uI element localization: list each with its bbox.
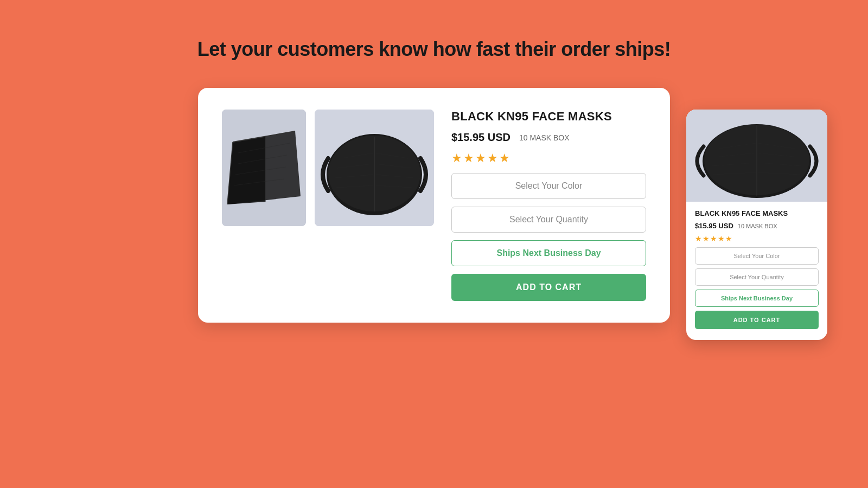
price-row: $15.95 USD 10 MASK BOX xyxy=(451,131,646,144)
mobile-product-price-sub: 10 MASK BOX xyxy=(738,223,777,229)
mobile-buttons: Select Your Color Select Your Quantity S… xyxy=(686,247,827,329)
mobile-product-price: $15.95 USD xyxy=(695,222,733,230)
mobile-select-color-button[interactable]: Select Your Color xyxy=(695,247,819,265)
mobile-select-quantity-button[interactable]: Select Your Quantity xyxy=(695,268,819,286)
product-image-main xyxy=(315,110,434,226)
mobile-ships-next-day-button[interactable]: Ships Next Business Day xyxy=(695,290,819,307)
mobile-star-rating: ★★★★★ xyxy=(695,234,819,243)
mobile-product-card: BLACK KN95 FACE MASKS $15.95 USD 10 MASK… xyxy=(686,110,827,340)
add-to-cart-button[interactable]: ADD TO CART xyxy=(451,274,646,301)
select-color-button[interactable]: Select Your Color xyxy=(451,173,646,199)
product-info: BLACK KN95 FACE MASKS $15.95 USD 10 MASK… xyxy=(451,110,646,301)
mobile-price-row: $15.95 USD 10 MASK BOX xyxy=(695,222,819,230)
product-price-sub: 10 MASK BOX xyxy=(519,133,570,142)
mobile-add-to-cart-button[interactable]: ADD TO CART xyxy=(695,311,819,329)
mobile-product-info: BLACK KN95 FACE MASKS $15.95 USD 10 MASK… xyxy=(686,202,827,243)
mobile-product-image xyxy=(686,110,827,202)
main-content: BLACK KN95 FACE MASKS $15.95 USD 10 MASK… xyxy=(198,88,670,323)
star-rating: ★★★★★ xyxy=(451,151,646,165)
ships-next-day-button[interactable]: Ships Next Business Day xyxy=(451,240,646,266)
svg-marker-2 xyxy=(227,137,265,204)
product-title: BLACK KN95 FACE MASKS xyxy=(451,110,646,124)
product-price: $15.95 USD xyxy=(451,131,510,144)
product-thumbnail-small xyxy=(222,110,306,226)
image-gallery xyxy=(222,110,434,301)
mobile-product-title: BLACK KN95 FACE MASKS xyxy=(695,209,819,217)
headline: Let your customers know how fast their o… xyxy=(197,38,671,61)
desktop-product-card: BLACK KN95 FACE MASKS $15.95 USD 10 MASK… xyxy=(198,88,670,323)
select-quantity-button[interactable]: Select Your Quantity xyxy=(451,207,646,233)
